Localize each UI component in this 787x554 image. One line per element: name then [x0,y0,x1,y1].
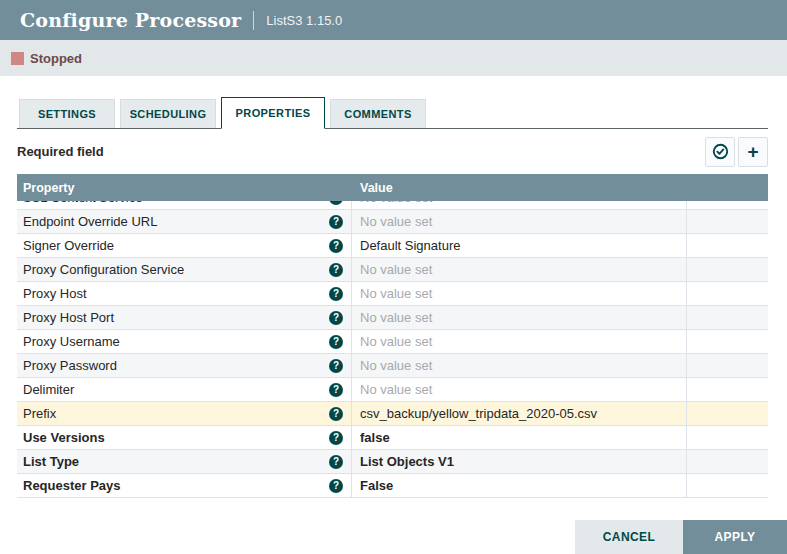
tab-scheduling[interactable]: SCHEDULING [120,99,216,128]
property-value: false [360,430,390,445]
help-icon[interactable]: ? [329,455,343,469]
status-label: Stopped [30,51,82,66]
property-value: List Objects V1 [360,454,454,469]
property-value: No value set [360,358,432,373]
row-extra-cell [687,450,768,473]
status-bar: Stopped [0,40,787,76]
cancel-button[interactable]: CANCEL [575,520,683,554]
help-icon[interactable]: ? [329,201,343,205]
property-value: csv_backup/yellow_tripdata_2020-05.csv [360,406,597,421]
row-extra-cell [687,258,768,281]
property-name: SSL Context Service [23,201,142,205]
column-header-property: Property [17,181,352,195]
help-icon[interactable]: ? [329,287,343,301]
verify-properties-button[interactable] [705,137,735,167]
property-value: No value set [360,382,432,397]
table-row[interactable]: Proxy Username ? No value set [17,330,768,354]
add-property-button[interactable]: + [738,137,768,167]
help-icon[interactable]: ? [329,215,343,229]
row-extra-cell [687,330,768,353]
dialog-content: SETTINGS SCHEDULING PROPERTIES COMMENTS … [0,76,787,498]
table-row[interactable]: Proxy Host ? No value set [17,282,768,306]
stopped-state-icon [11,52,24,65]
property-name: Prefix [23,406,56,421]
table-row[interactable]: SSL Context Service ? No value set [17,201,768,210]
table-row[interactable]: Delimiter ? No value set [17,378,768,402]
row-extra-cell [687,282,768,305]
dialog-header: Configure Processor ListS3 1.15.0 [0,0,787,40]
property-name: Proxy Configuration Service [23,262,184,277]
property-name: Requester Pays [23,478,121,493]
property-name: Proxy Host Port [23,310,114,325]
table-header-row: Property Value [17,174,768,201]
property-value: No value set [360,310,432,325]
tab-bar: SETTINGS SCHEDULING PROPERTIES COMMENTS [17,97,768,129]
property-value: No value set [360,201,432,205]
check-circle-icon [712,143,729,160]
help-icon[interactable]: ? [329,383,343,397]
row-extra-cell [687,201,768,209]
property-value: No value set [360,334,432,349]
help-icon[interactable]: ? [329,263,343,277]
row-extra-cell [687,378,768,401]
table-row[interactable]: Requester Pays ? False [17,474,768,498]
property-value: False [360,478,393,493]
row-extra-cell [687,354,768,377]
properties-table: Property Value SSL Context Service ? No … [17,174,768,498]
column-header-value: Value [352,181,393,195]
title-separator [253,11,254,30]
property-name: Proxy Username [23,334,120,349]
property-name: Signer Override [23,238,114,253]
row-extra-cell [687,234,768,257]
toolbar-buttons: + [705,137,768,167]
table-row[interactable]: Use Versions ? false [17,426,768,450]
table-row[interactable]: Endpoint Override URL ? No value set [17,210,768,234]
property-name: Proxy Host [23,286,87,301]
property-name: Proxy Password [23,358,117,373]
tab-properties[interactable]: PROPERTIES [221,97,325,129]
help-icon[interactable]: ? [329,311,343,325]
table-row[interactable]: Signer Override ? Default Signature [17,234,768,258]
table-row[interactable]: Proxy Configuration Service ? No value s… [17,258,768,282]
help-icon[interactable]: ? [329,359,343,373]
properties-toolbar: Required field + [17,129,768,174]
table-body: Endpoint Override URL ? No value set Sig… [17,210,768,498]
help-icon[interactable]: ? [329,335,343,349]
property-value: Default Signature [360,238,460,253]
plus-icon: + [747,142,758,161]
row-extra-cell [687,306,768,329]
row-extra-cell [687,474,768,497]
property-name: Delimiter [23,382,74,397]
help-icon[interactable]: ? [329,407,343,421]
row-extra-cell [687,210,768,233]
required-field-label: Required field [17,144,104,159]
row-extra-cell [687,402,768,425]
tab-settings[interactable]: SETTINGS [19,99,115,128]
property-value: No value set [360,262,432,277]
property-name: Use Versions [23,430,105,445]
processor-name-version: ListS3 1.15.0 [266,13,342,28]
table-row[interactable]: List Type ? List Objects V1 [17,450,768,474]
property-name: List Type [23,454,79,469]
property-name: Endpoint Override URL [23,214,157,229]
table-row[interactable]: Proxy Password ? No value set [17,354,768,378]
help-icon[interactable]: ? [329,479,343,493]
tab-comments[interactable]: COMMENTS [330,99,426,128]
table-row[interactable]: Proxy Host Port ? No value set [17,306,768,330]
help-icon[interactable]: ? [329,239,343,253]
dialog-title: Configure Processor [20,9,241,31]
clipped-row-container: SSL Context Service ? No value set [17,201,768,210]
property-value: No value set [360,214,432,229]
row-extra-cell [687,426,768,449]
help-icon[interactable]: ? [329,431,343,445]
table-row[interactable]: Prefix ? csv_backup/yellow_tripdata_2020… [17,402,768,426]
apply-button[interactable]: APPLY [683,520,787,554]
property-value: No value set [360,286,432,301]
